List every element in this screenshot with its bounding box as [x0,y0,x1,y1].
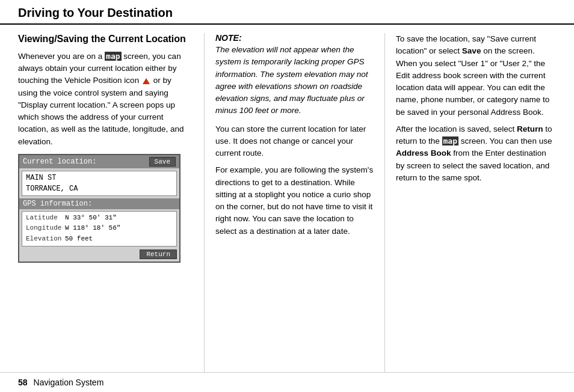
latitude-label: Latitude [26,213,65,224]
middle-column: NOTE: The elevation will not appear when… [205,33,385,372]
longitude-value: W 118° 18' 56" [65,223,120,234]
address-book-bold: Address Book [396,149,451,158]
footer-label: Navigation System [34,378,104,387]
page-title: Driving to Your Destination [18,6,173,19]
return-bold: Return [517,124,543,133]
gps-return-row: Return [19,248,179,262]
gps-address-line1: MAIN ST [26,173,173,183]
vehicle-position-icon [143,78,150,84]
right-para1-post: on the screen. When you select "User 1" … [396,46,549,116]
gps-return-button[interactable]: Return [140,250,177,259]
current-location-label: Current location: [23,158,96,166]
gps-screen-mockup: Current location: Save MAIN ST TORRANCE,… [18,154,181,263]
left-body-text: Whenever you are on a map screen, you ca… [18,51,192,148]
page-footer: 58 Navigation System [0,372,574,392]
text-after-icon: or by using the voice control system and… [18,76,184,145]
left-column: Viewing/Saving the Current Location When… [18,33,205,372]
gps-elevation-row: Elevation 50 feet [26,234,173,245]
right-para2: After the location is saved, select Retu… [396,123,556,184]
right-para2-mid2: screen. You can then use [458,136,552,145]
gps-info-block: Latitude N 33° 50' 31" Longitude W 118° … [22,211,177,247]
gps-longitude-row: Longitude W 118° 18' 56" [26,223,173,234]
section-title: Viewing/Saving the Current Location [18,33,192,46]
title-bar: Driving to Your Destination [0,0,574,25]
gps-latitude-row: Latitude N 33° 50' 31" [26,213,173,224]
middle-para1: You can store the current location for l… [215,123,374,160]
map-word: map [105,52,121,61]
latitude-value: N 33° 50' 31" [65,213,117,224]
map-word-right: map [442,136,458,145]
main-content: Viewing/Saving the Current Location When… [0,25,574,372]
gps-address-block: MAIN ST TORRANCE, CA [22,171,177,196]
longitude-label: Longitude [26,223,65,234]
gps-save-button[interactable]: Save [149,157,176,167]
right-column: To save the location, say "Save current … [385,33,556,372]
middle-para2: For example, you are following the syste… [215,164,374,237]
note-title: NOTE: [215,33,374,43]
text-before-map: Whenever you are on a [18,52,105,61]
elevation-value: 50 feet [65,234,93,245]
note-body: The elevation will not appear when the s… [215,44,374,117]
gps-info-header: GPS information: [19,198,179,209]
elevation-label: Elevation [26,234,65,245]
page-container: Driving to Your Destination Viewing/Savi… [0,0,574,392]
save-bold: Save [462,46,481,55]
gps-header-row: Current location: Save [19,155,179,168]
right-para1: To save the location, say "Save current … [396,33,556,118]
page-number: 58 [18,378,28,387]
gps-address-line2: TORRANCE, CA [26,183,173,194]
right-para2-pre: After the location is saved, select [396,124,517,133]
